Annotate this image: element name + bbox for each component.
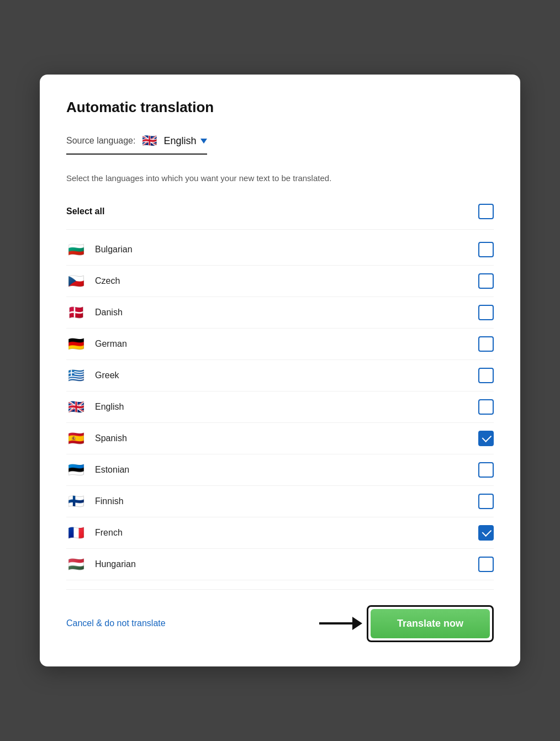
checkbox-german[interactable] — [478, 336, 494, 352]
lang-name-spanish: Spanish — [95, 433, 127, 443]
flag-bulgarian: 🇧🇬 — [66, 243, 86, 256]
translate-button-wrapper: Translate now — [367, 605, 494, 642]
lang-name-czech: Czech — [95, 276, 120, 286]
flag-english: 🇬🇧 — [66, 400, 86, 414]
checkbox-spanish[interactable] — [478, 431, 494, 446]
select-all-checkbox[interactable] — [478, 204, 494, 219]
checkbox-unchecked-icon — [478, 305, 494, 320]
flag-greek: 🇬🇷 — [66, 369, 86, 382]
language-left-greek: 🇬🇷 Greek — [66, 369, 119, 382]
language-left-estonian: 🇪🇪 Estonian — [66, 463, 129, 477]
description-text: Select the languages into which you want… — [66, 172, 494, 185]
checkbox-estonian[interactable] — [478, 462, 494, 478]
source-language-dropdown[interactable]: English — [163, 135, 207, 147]
lang-name-german: German — [95, 339, 127, 349]
arrow-head — [352, 617, 362, 630]
checkbox-greek[interactable] — [478, 368, 494, 383]
lang-name-french: French — [95, 528, 123, 538]
lang-name-hungarian: Hungarian — [95, 559, 136, 569]
flag-czech: 🇨🇿 — [66, 274, 86, 288]
select-all-label: Select all — [66, 207, 104, 216]
checkbox-unchecked-icon — [478, 204, 494, 219]
language-row-greek: 🇬🇷 Greek — [66, 360, 494, 391]
cancel-button[interactable]: Cancel & do not translate — [66, 618, 166, 628]
lang-name-estonian: Estonian — [95, 465, 129, 475]
language-left-danish: 🇩🇰 Danish — [66, 306, 123, 319]
checkbox-unchecked-icon — [478, 399, 494, 415]
language-row-bulgarian: 🇧🇬 Bulgarian — [66, 234, 494, 266]
language-row-french: 🇫🇷 French — [66, 517, 494, 549]
flag-finnish: 🇫🇮 — [66, 495, 86, 508]
checkbox-hungarian[interactable] — [478, 557, 494, 572]
lang-name-finnish: Finnish — [95, 496, 124, 506]
checkbox-finnish[interactable] — [478, 494, 494, 509]
language-left-english: 🇬🇧 English — [66, 400, 124, 414]
checkbox-checked-icon — [478, 525, 494, 541]
lang-name-english: English — [95, 402, 124, 412]
arrow-indicator — [319, 617, 362, 630]
checkbox-unchecked-icon — [478, 462, 494, 478]
modal-title: Automatic translation — [66, 99, 494, 116]
translate-now-button[interactable]: Translate now — [371, 609, 490, 638]
checkbox-unchecked-icon — [478, 557, 494, 572]
language-row-estonian: 🇪🇪 Estonian — [66, 454, 494, 486]
language-row-spanish: 🇪🇸 Spanish — [66, 423, 494, 454]
flag-hungarian: 🇭🇺 — [66, 558, 86, 571]
modal-footer: Cancel & do not translate Translate now — [66, 589, 494, 642]
language-left-french: 🇫🇷 French — [66, 526, 123, 539]
source-language-value: English — [163, 135, 196, 147]
language-left-hungarian: 🇭🇺 Hungarian — [66, 558, 136, 571]
checkbox-unchecked-icon — [478, 368, 494, 383]
lang-name-greek: Greek — [95, 370, 119, 380]
checkbox-checked-icon — [478, 431, 494, 446]
flag-french: 🇫🇷 — [66, 526, 86, 539]
checkbox-unchecked-icon — [478, 242, 494, 257]
source-flag: 🇬🇧 — [142, 134, 157, 148]
language-left-czech: 🇨🇿 Czech — [66, 274, 120, 288]
translate-button-border: Translate now — [367, 605, 494, 642]
checkbox-french[interactable] — [478, 525, 494, 541]
language-row-english: 🇬🇧 English — [66, 391, 494, 423]
arrow-shaft — [319, 622, 352, 624]
checkbox-unchecked-icon — [478, 336, 494, 352]
checkbox-bulgarian[interactable] — [478, 242, 494, 257]
checkbox-unchecked-icon — [478, 494, 494, 509]
source-language-label: Source language: — [66, 136, 135, 146]
modal-dialog: Automatic translation Source language: 🇬… — [40, 75, 520, 666]
flag-spanish: 🇪🇸 — [66, 432, 86, 445]
language-left-finnish: 🇫🇮 Finnish — [66, 495, 124, 508]
checkbox-czech[interactable] — [478, 273, 494, 289]
language-row-german: 🇩🇪 German — [66, 329, 494, 360]
language-row-finnish: 🇫🇮 Finnish — [66, 486, 494, 517]
language-left-german: 🇩🇪 German — [66, 337, 127, 351]
language-left-spanish: 🇪🇸 Spanish — [66, 432, 127, 445]
flag-estonian: 🇪🇪 — [66, 463, 86, 477]
chevron-down-icon — [200, 139, 207, 144]
flag-german: 🇩🇪 — [66, 337, 86, 351]
language-left-bulgarian: 🇧🇬 Bulgarian — [66, 243, 133, 256]
checkbox-danish[interactable] — [478, 305, 494, 320]
lang-name-bulgarian: Bulgarian — [95, 245, 133, 255]
lang-name-danish: Danish — [95, 308, 123, 317]
source-language-row: Source language: 🇬🇧 English — [66, 134, 207, 155]
language-row-czech: 🇨🇿 Czech — [66, 266, 494, 297]
language-rows-container: 🇧🇬 Bulgarian 🇨🇿 Czech 🇩🇰 Danish — [66, 234, 494, 580]
language-row-hungarian: 🇭🇺 Hungarian — [66, 549, 494, 580]
flag-danish: 🇩🇰 — [66, 306, 86, 319]
select-all-row: Select all — [66, 198, 494, 230]
language-row-danish: 🇩🇰 Danish — [66, 297, 494, 329]
checkbox-unchecked-icon — [478, 273, 494, 289]
checkbox-english[interactable] — [478, 399, 494, 415]
language-list-scroll: Select all 🇧🇬 Bulgarian 🇨🇿 Czech — [66, 198, 499, 580]
